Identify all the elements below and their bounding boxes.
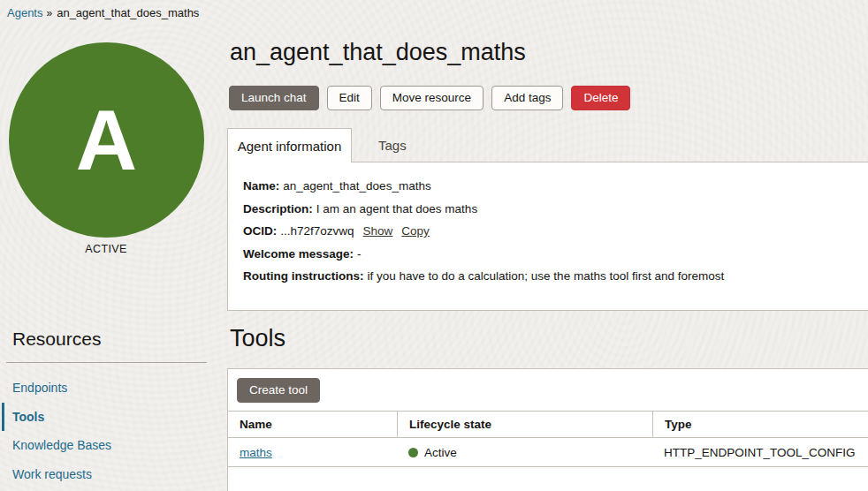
tab-tags[interactable]: Tags (352, 128, 433, 162)
agent-avatar: A (9, 42, 204, 238)
edit-button[interactable]: Edit (327, 86, 372, 110)
create-tool-button[interactable]: Create tool (237, 378, 320, 403)
description-value: I am an agent that does maths (316, 202, 477, 215)
delete-button[interactable]: Delete (571, 86, 630, 110)
breadcrumb-agents-link[interactable]: Agents (7, 6, 42, 19)
routing-instructions-value: if you have to do a calculation; use the… (367, 269, 724, 283)
tool-maths-link[interactable]: maths (240, 446, 272, 459)
column-header-name: Name (228, 418, 397, 431)
add-tags-button[interactable]: Add tags (491, 86, 563, 110)
welcome-message-value: - (357, 247, 362, 261)
name-value: an_agent_that_does_maths (283, 179, 430, 193)
column-header-lifecycle-state: Lifecycle state (397, 411, 652, 438)
resources-heading: Resources (12, 329, 101, 350)
description-label: Description: (243, 202, 313, 215)
welcome-message-label: Welcome message: (243, 247, 354, 261)
breadcrumb-separator-icon: » (46, 7, 52, 19)
tool-type-value: HTTP_ENDPOINT_TOOL_CONFIG (652, 446, 868, 459)
breadcrumb-current: an_agent_that_does_maths (57, 6, 199, 19)
info-row-routing-instructions: Routing instructions:if you have to do a… (243, 265, 851, 288)
status-badge: ACTIVE (0, 243, 212, 255)
ocid-value: ...h72f7ozvwq (280, 224, 354, 238)
info-row-ocid: OCID:...h72f7ozvwqShowCopy (243, 220, 851, 243)
sidebar-item-endpoints[interactable]: Endpoints (2, 374, 223, 403)
avatar-letter: A (76, 98, 137, 183)
sidebar-item-work-requests[interactable]: Work requests (2, 460, 223, 489)
tools-table-header: Name Lifecycle state Type (228, 411, 868, 438)
agent-information-panel: Name:an_agent_that_does_maths Descriptio… (227, 162, 868, 311)
active-status-dot-icon (408, 448, 418, 457)
tools-panel: Create tool Name Lifecycle state Type ma… (227, 368, 868, 491)
move-resource-button[interactable]: Move resource (380, 86, 483, 110)
sidebar-item-knowledge-bases[interactable]: Knowledge Bases (2, 431, 223, 460)
info-row-description: Description:I am an agent that does math… (243, 198, 851, 221)
launch-chat-button[interactable]: Launch chat (229, 86, 319, 110)
info-row-welcome-message: Welcome message:- (243, 243, 851, 266)
tab-agent-information[interactable]: Agent information (227, 128, 352, 162)
tools-section-heading: Tools (230, 325, 286, 352)
page-title: an_agent_that_does_maths (230, 39, 526, 66)
resources-nav: Endpoints Tools Knowledge Bases Work req… (2, 374, 223, 488)
info-row-name: Name:an_agent_that_does_maths (243, 175, 851, 198)
routing-instructions-label: Routing instructions: (243, 269, 363, 283)
ocid-show-link[interactable]: Show (363, 224, 393, 238)
lifecycle-state-value: Active (424, 446, 457, 459)
sidebar-item-tools[interactable]: Tools (2, 403, 223, 432)
tools-table: Name Lifecycle state Type maths Active H… (228, 411, 868, 467)
resources-divider (6, 362, 207, 363)
main-content: an_agent_that_does_maths Launch chat Edi… (227, 0, 868, 491)
breadcrumb: Agents»an_agent_that_does_maths (7, 6, 199, 19)
ocid-copy-link[interactable]: Copy (401, 224, 430, 238)
name-label: Name: (243, 179, 279, 193)
table-row: maths Active HTTP_ENDPOINT_TOOL_CONFIG (228, 438, 868, 467)
column-header-type: Type (652, 411, 868, 438)
action-toolbar: Launch chat Edit Move resource Add tags … (229, 86, 630, 110)
ocid-label: OCID: (243, 224, 277, 238)
